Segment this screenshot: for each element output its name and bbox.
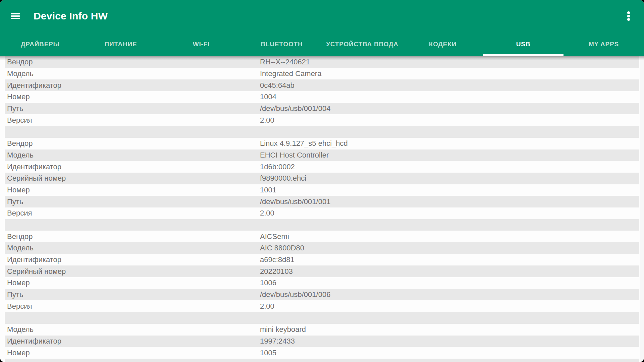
table-row: Версия2.00 (5, 207, 639, 219)
table-row: МодельIntegrated Camera (5, 68, 639, 80)
three-dot-overflow-icon[interactable] (624, 7, 633, 25)
row-value: 1997:2433 (260, 337, 295, 346)
row-label: Номер (5, 186, 30, 194)
row-value: 1004 (260, 93, 276, 101)
row-value: Integrated Camera (260, 69, 321, 78)
row-label: Путь (5, 104, 23, 113)
table-row: ВендорLinux 4.9.127_s5 ehci_hcd (5, 138, 639, 149)
table-row-separator (5, 359, 639, 362)
row-label: Модель (5, 244, 34, 252)
device-rows: ВендорRH--X--240621МодельIntegrated Came… (0, 56, 644, 362)
row-label: Путь (5, 197, 23, 206)
table-row: Путь/dev/bus/usb/001/006 (5, 289, 639, 301)
row-value: 0c45:64ab (260, 81, 294, 90)
row-value: 2.00 (260, 116, 274, 125)
tab-драйверы[interactable]: ДРАЙВЕРЫ (0, 32, 80, 56)
row-value: 2.00 (260, 209, 274, 218)
table-row: МодельAIC 8800D80 (5, 242, 639, 254)
table-row: Версия2.00 (5, 114, 639, 126)
table-row: Номер1005 (5, 347, 639, 359)
tab-питание[interactable]: ПИТАНИЕ (80, 32, 161, 56)
table-row-separator (5, 312, 639, 324)
table-row: Номер1004 (5, 91, 639, 103)
usb-device-list: ВендорRH--X--240621МодельIntegrated Came… (0, 56, 644, 362)
page-title: Device Info HW (34, 10, 108, 22)
row-label: Идентификатор (5, 163, 61, 171)
hamburger-bar (11, 15, 20, 17)
table-row: Версия2.00 (5, 300, 639, 312)
hamburger-menu-icon[interactable] (11, 13, 20, 19)
table-row: Модельmini keyboard (5, 324, 639, 336)
row-value: f9890000.ehci (260, 174, 306, 183)
overflow-dot (627, 11, 630, 14)
row-label: Идентификатор (5, 255, 61, 264)
tab-bar: ДРАЙВЕРЫПИТАНИЕWI-FIBLUETOOTHУСТРОЙСТВА … (0, 32, 644, 56)
row-label: Идентификатор (5, 337, 61, 346)
table-row: Серийный номер20220103 (5, 265, 639, 277)
table-row: ВендорAICSemi (5, 231, 639, 242)
table-row: Номер1001 (5, 184, 639, 196)
table-row: Идентификатор1997:2433 (5, 336, 639, 347)
overflow-dot (627, 15, 630, 17)
table-row: Идентификаторa69c:8d81 (5, 254, 639, 266)
row-value: Linux 4.9.127_s5 ehci_hcd (260, 139, 348, 148)
row-value: 20220103 (260, 267, 293, 276)
row-label: Вендор (5, 139, 33, 148)
row-label: Модель (5, 151, 34, 160)
table-row: Номер1006 (5, 277, 639, 289)
table-row: Путь/dev/bus/usb/001/004 (5, 103, 639, 115)
row-value: /dev/bus/usb/001/001 (260, 197, 330, 206)
row-value: 1005 (260, 349, 276, 357)
table-row: Путь/dev/bus/usb/001/001 (5, 196, 639, 207)
tab-bluetooth[interactable]: BLUETOOTH (241, 32, 322, 56)
row-label: Модель (5, 325, 34, 334)
row-value: AICSemi (260, 232, 289, 241)
hamburger-bar (11, 13, 20, 14)
row-label: Вендор (5, 232, 33, 241)
row-label: Модель (5, 69, 34, 78)
table-row: Идентификатор0c45:64ab (5, 79, 639, 91)
tab-my-apps[interactable]: MY APPS (564, 32, 644, 56)
row-value: /dev/bus/usb/001/004 (260, 104, 330, 113)
row-value: AIC 8800D80 (260, 244, 304, 252)
tab-устройства-ввода[interactable]: УСТРОЙСТВА ВВОДА (322, 32, 402, 56)
table-row: Идентификатор1d6b:0002 (5, 161, 639, 173)
table-row: ВендорRH--X--240621 (5, 56, 639, 68)
row-label: Номер (5, 279, 30, 287)
row-value: 1001 (260, 186, 276, 194)
row-value: RH--X--240621 (260, 58, 310, 66)
row-value: mini keyboard (260, 325, 306, 334)
table-row: Серийный номерf9890000.ehci (5, 173, 639, 184)
row-label: Идентификатор (5, 81, 61, 90)
row-value: 2.00 (260, 302, 274, 311)
row-label: Номер (5, 93, 30, 101)
overflow-dot (627, 18, 630, 20)
row-label: Серийный номер (5, 174, 66, 183)
tab-кодеки[interactable]: КОДЕКИ (402, 32, 483, 56)
row-label: Номер (5, 349, 30, 357)
row-value: /dev/bus/usb/001/006 (260, 290, 330, 299)
row-label: Серийный номер (5, 267, 66, 276)
row-value: EHCI Host Controller (260, 151, 329, 160)
scrollbar-track[interactable] (640, 56, 644, 362)
row-label: Версия (5, 116, 32, 125)
table-row-separator (5, 219, 639, 231)
table-row: МодельEHCI Host Controller (5, 149, 639, 161)
row-label: Версия (5, 209, 32, 218)
row-label: Версия (5, 302, 32, 311)
table-row-separator (5, 126, 639, 138)
hamburger-bar (11, 18, 20, 19)
row-label: Вендор (5, 58, 33, 66)
row-value: 1006 (260, 279, 276, 287)
tab-usb[interactable]: USB (483, 32, 564, 56)
row-label: Путь (5, 290, 23, 299)
app-bar: Device Info HW (0, 0, 644, 32)
row-value: 1d6b:0002 (260, 163, 295, 171)
device-info-hw-screen: Device Info HW ДРАЙВЕРЫПИТАНИЕWI-FIBLUET… (0, 0, 644, 362)
row-value: a69c:8d81 (260, 255, 294, 264)
tab-wi-fi[interactable]: WI-FI (161, 32, 241, 56)
